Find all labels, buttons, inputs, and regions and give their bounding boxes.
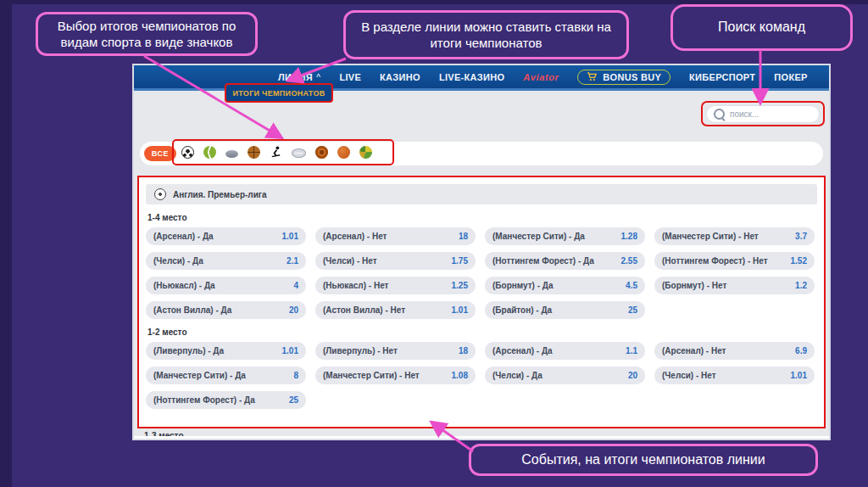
nav-item-label: КИБЕРСПОРТ — [689, 72, 755, 82]
bet-sections: 1-4 место(Арсенал) - Да1.01(Арсенал) - Н… — [146, 213, 817, 409]
volleyball-icon[interactable] — [315, 146, 328, 159]
bet-chip[interactable]: (Манчестер Сити) - Нет1.08 — [315, 367, 476, 384]
bet-chip[interactable]: (Астон Вилла) - Нет1.01 — [315, 301, 476, 319]
bet-chip[interactable]: (Ливерпуль) - Да1.01 — [146, 342, 306, 360]
section-label-1-3: 1-3 место — [144, 431, 184, 440]
nav-item-label: ПОКЕР — [774, 72, 807, 82]
bet-odds: 25 — [628, 305, 637, 315]
beach-volleyball-icon[interactable] — [359, 146, 372, 159]
bet-chip[interactable]: (Ньюкасл) - Да4 — [146, 277, 306, 294]
nav-item-label: Aviator — [523, 72, 559, 82]
bet-label: (Манчестер Сити) - Да — [153, 371, 246, 380]
football-league-icon — [154, 188, 166, 200]
bet-odds: 18 — [459, 346, 468, 355]
bet-chip[interactable]: (Брайтон) - Да25 — [485, 301, 645, 319]
bet-odds: 1.01 — [791, 371, 807, 380]
bet-chip[interactable]: (Челси) - Нет1.75 — [315, 252, 476, 270]
tennis-icon[interactable] — [203, 146, 216, 159]
nav-item-label: LIVE — [339, 72, 361, 82]
bet-label: (Ливерпуль) - Нет — [323, 346, 398, 355]
bet-label: (Борнмут) - Нет — [662, 281, 726, 290]
bet-chip[interactable]: (Борнмут) - Да4.5 — [485, 277, 645, 294]
nav-item-casino[interactable]: КАЗИНО — [380, 72, 420, 82]
bet-odds: 1.75 — [452, 256, 468, 266]
itogi-chempionatov-menu-item[interactable]: ИТОГИ ЧЕМПИОНАТОВ — [225, 83, 333, 103]
bet-chip[interactable]: (Челси) - Да20 — [485, 367, 645, 384]
bet-odds: 1.01 — [452, 305, 468, 315]
bet-label: (Арсенал) - Нет — [662, 346, 726, 355]
nav-item-liniya[interactable]: ЛИНИЯ^ — [278, 72, 320, 82]
bet-chip[interactable]: (Манчестер Сити) - Нет3.7 — [654, 227, 815, 245]
nav-item-label: BONUS BUY — [603, 72, 661, 82]
bet-label: (Арсенал) - Нет — [323, 232, 387, 241]
nav-item-label: LIVE-КАЗИНО — [439, 72, 504, 82]
football-icon[interactable] — [181, 146, 194, 159]
nav-item-cybersport[interactable]: КИБЕРСПОРТ — [689, 72, 755, 82]
nav-item-live[interactable]: LIVE — [339, 72, 361, 82]
basketball-alt-icon[interactable] — [337, 146, 350, 159]
nav-item-poker[interactable]: ПОКЕР — [774, 72, 807, 82]
bet-chip[interactable]: (Ноттингем Форест) - Нет1.52 — [654, 252, 815, 270]
search-highlight-frame: поиск... — [701, 101, 825, 126]
bet-chip[interactable]: (Манчестер Сити) - Да8 — [146, 367, 306, 384]
nav-item-label: ЛИНИЯ — [278, 72, 313, 82]
search-input[interactable]: поиск... — [706, 105, 820, 123]
bet-label: (Ньюкасл) - Нет — [323, 281, 389, 290]
nav-item-aviator[interactable]: Aviator — [523, 72, 559, 82]
bet-chip[interactable]: (Борнмут) - Нет1.2 — [654, 277, 815, 294]
callout-sport-icons-text: Выбор итогов чемпионатов по видам спорта… — [47, 18, 247, 51]
bet-chip[interactable]: (Ньюкасл) - Нет1.25 — [315, 277, 476, 294]
bet-chip[interactable]: (Арсенал) - Да1.1 — [485, 342, 645, 360]
bet-label: (Астон Вилла) - Да — [153, 305, 231, 315]
cart-icon — [587, 72, 598, 81]
callout-team-search: Поиск команд — [670, 4, 853, 51]
bet-odds: 3.7 — [795, 232, 807, 241]
bet-odds: 25 — [289, 395, 298, 405]
bet-label: (Челси) - Да — [153, 256, 203, 266]
bet-chip[interactable]: (Арсенал) - Да1.01 — [146, 227, 306, 245]
hockey-puck-icon[interactable] — [225, 150, 238, 158]
championship-outcomes-panel: Англия. Премьер-лига 1-4 место(Арсенал) … — [137, 176, 826, 428]
nav-item-bonus-buy[interactable]: BONUS BUY — [577, 70, 670, 85]
bet-odds: 18 — [459, 232, 468, 241]
bet-chip[interactable]: (Манчестер Сити) - Да1.28 — [485, 227, 645, 245]
bet-chip[interactable]: (Ноттингем Форест) - Да25 — [146, 391, 306, 409]
bet-chip[interactable]: (Ноттингем Форест) - Да2.55 — [485, 252, 645, 270]
betting-site-screenshot: ЛИНИЯ^LIVEКАЗИНОLIVE-КАЗИНОAviatorBONUS … — [134, 65, 829, 439]
bet-chip[interactable]: (Арсенал) - Нет6.9 — [654, 342, 815, 360]
bet-chip[interactable]: (Челси) - Да2.1 — [146, 252, 306, 270]
bet-label: (Челси) - Нет — [662, 371, 716, 380]
chevron-up-icon: ^ — [316, 72, 321, 81]
bet-chip[interactable]: (Арсенал) - Нет18 — [315, 227, 476, 245]
bet-grid: (Ливерпуль) - Да1.01(Ливерпуль) - Нет18(… — [146, 342, 817, 409]
basketball-icon[interactable] — [248, 146, 260, 159]
bet-chip[interactable]: (Челси) - Нет1.01 — [654, 367, 815, 384]
skiing-icon[interactable] — [270, 146, 282, 159]
rugby-icon[interactable] — [292, 148, 306, 158]
bet-chip[interactable]: (Ливерпуль) - Нет18 — [315, 342, 476, 360]
nav-item-live-casino[interactable]: LIVE-КАЗИНО — [439, 72, 504, 82]
league-header[interactable]: Англия. Премьер-лига — [146, 184, 817, 204]
section-label: 1-2 место — [147, 327, 815, 337]
bet-odds: 1.25 — [452, 281, 468, 290]
bet-odds: 1.52 — [791, 256, 807, 266]
bet-odds: 8 — [293, 371, 298, 380]
search-placeholder: поиск... — [730, 109, 759, 119]
bet-label: (Манчестер Сити) - Нет — [662, 232, 759, 241]
bet-odds: 1.28 — [621, 232, 637, 241]
bet-label: (Челси) - Да — [492, 371, 542, 380]
callout-sport-icons: Выбор итогов чемпионатов по видам спорта… — [36, 12, 258, 56]
itogi-chempionatov-label: ИТОГИ ЧЕМПИОНАТОВ — [233, 89, 326, 98]
bet-label: (Арсенал) - Да — [492, 346, 553, 355]
bet-chip[interactable]: (Астон Вилла) - Да20 — [146, 301, 306, 319]
bet-odds: 1.1 — [626, 346, 637, 355]
bet-label: (Челси) - Нет — [323, 256, 377, 266]
bet-label: (Борнмут) - Да — [492, 281, 554, 290]
callout-line-bets: В разделе линии можно ставить ставки на … — [343, 10, 629, 59]
all-sports-label: ВСЕ — [152, 149, 169, 158]
sport-icons-highlight-frame — [172, 139, 394, 165]
callout-line-bets-text: В разделе линии можно ставить ставки на … — [354, 19, 618, 52]
bet-odds: 4.5 — [626, 281, 637, 290]
section-label: 1-4 место — [147, 213, 815, 222]
bet-label: (Ливерпуль) - Да — [153, 346, 224, 355]
